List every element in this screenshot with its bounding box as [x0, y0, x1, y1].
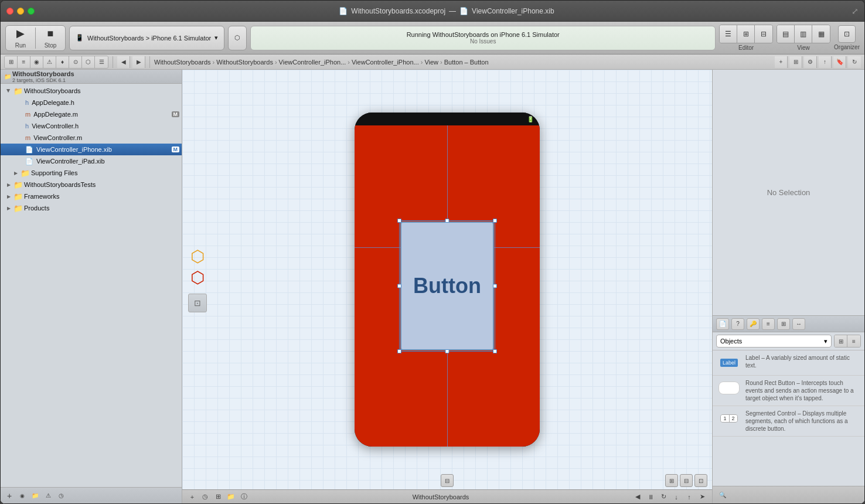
- stop-button[interactable]: ■ Stop: [36, 26, 65, 50]
- placeholder-icon: ⊡: [194, 298, 201, 308]
- layout-btn-2[interactable]: ⊟: [680, 474, 693, 487]
- seg-preview: 1 2: [720, 414, 737, 423]
- zoom-down-button[interactable]: ⊟: [441, 474, 454, 487]
- log-icon[interactable]: ☰: [95, 56, 108, 68]
- debug-button[interactable]: ▥: [795, 25, 812, 43]
- run-button[interactable]: ▶ Run: [6, 26, 35, 50]
- sidebar-item-viewcontroller-h[interactable]: h ViewController.h: [1, 120, 182, 132]
- list-item[interactable]: 1 2 Segmented Control – Displays multipl…: [713, 406, 864, 437]
- folder-status-icon[interactable]: 📁: [226, 492, 236, 502]
- clock-icon[interactable]: ◉: [30, 56, 43, 68]
- download-btn[interactable]: ↓: [671, 492, 682, 502]
- project-filename: WithoutStoryboards.xcodeproj: [351, 7, 445, 15]
- bc-file1[interactable]: ViewController_iPhon...: [279, 59, 346, 66]
- bc-group[interactable]: WithoutStoryboards: [216, 59, 273, 66]
- sidebar-item-appdelegate-m[interactable]: m AppDelegate.m M: [1, 108, 182, 120]
- breakpoint-nav-icon[interactable]: ⬡: [82, 56, 95, 68]
- version-editor-button[interactable]: ⊟: [755, 25, 772, 43]
- iphone-screen: Button: [355, 125, 540, 447]
- sidebar-item-viewcontroller-ipad-xib[interactable]: 📄 ViewController_iPad.xib: [1, 155, 182, 167]
- placeholder-tool[interactable]: ⊡: [188, 294, 207, 312]
- tab-identity-icon[interactable]: 🔑: [747, 318, 760, 330]
- refresh-nav-icon[interactable]: ↻: [848, 56, 861, 68]
- bc-project[interactable]: WithoutStoryboards: [154, 59, 211, 66]
- tab-attributes-icon[interactable]: ≡: [762, 318, 775, 330]
- minimize-button[interactable]: [17, 8, 24, 15]
- sidebar-item-products[interactable]: ▶ 📁 Products: [1, 202, 182, 214]
- clock-filter[interactable]: ◷: [56, 491, 66, 501]
- tab-quick-help-icon[interactable]: ?: [731, 318, 744, 330]
- arrow-btn[interactable]: ➤: [697, 492, 707, 502]
- add-nav-icon[interactable]: +: [775, 56, 788, 68]
- filter-nav-icon[interactable]: ⊞: [789, 56, 802, 68]
- pause-btn[interactable]: ⏸: [645, 492, 656, 502]
- back-button[interactable]: ◀: [117, 56, 130, 68]
- sidebar-item-withoutstoryboards-folder[interactable]: ▶ 📁 WithoutStoryboards: [1, 85, 182, 97]
- assistant-editor-button[interactable]: ⊞: [737, 25, 755, 43]
- bc-file2[interactable]: ViewController_iPhon...: [352, 59, 419, 66]
- refresh-btn[interactable]: ↻: [658, 492, 669, 502]
- folder-button[interactable]: 📁: [30, 491, 40, 501]
- expand-button[interactable]: ⤢: [852, 6, 859, 16]
- filter-button[interactable]: ◉: [17, 491, 28, 501]
- warning-icon[interactable]: ⚠: [43, 56, 56, 68]
- utilities-button[interactable]: ▦: [812, 25, 830, 43]
- organizer-button[interactable]: ⊡: [838, 25, 856, 43]
- sidebar-footer: + ◉ 📁 ⚠ ◷: [1, 487, 182, 503]
- titlebar: 📄 WithoutStoryboards.xcodeproj — 📄 ViewC…: [1, 1, 864, 22]
- prev-btn[interactable]: ◀: [632, 492, 643, 502]
- list-item[interactable]: Round Rect Button – Intercepts touch eve…: [713, 376, 864, 406]
- scheme-selector[interactable]: 📱 WithoutStoryboards > iPhone 6.1 Simula…: [69, 26, 224, 50]
- list-icon[interactable]: ≡: [18, 56, 30, 68]
- test-icon[interactable]: ♦: [56, 56, 69, 68]
- obj-info: Segmented Control – Displays multiple se…: [745, 410, 860, 433]
- titlebar-title: 📄 WithoutStoryboards.xcodeproj — 📄 ViewC…: [42, 7, 852, 15]
- code-icon[interactable]: ⊞: [213, 492, 223, 502]
- forward-button[interactable]: ▶: [132, 56, 145, 68]
- objects-label: Objects: [720, 338, 742, 345]
- breakpoints-button[interactable]: ⬡: [228, 26, 247, 50]
- settings-nav-icon[interactable]: ⚙: [804, 56, 817, 68]
- bc-button[interactable]: Button – Button: [444, 59, 489, 66]
- close-button[interactable]: [6, 8, 13, 15]
- handle-bottom-right[interactable]: [493, 349, 497, 353]
- bc-view[interactable]: View: [424, 59, 438, 66]
- folder-icon[interactable]: ⊞: [5, 56, 18, 68]
- layout-btn-3[interactable]: ⊡: [694, 474, 707, 487]
- tab-connections-icon[interactable]: ↔: [792, 318, 805, 330]
- minus-icon: ⊟: [445, 478, 449, 484]
- tab-size-icon[interactable]: ⊞: [777, 318, 790, 330]
- history-icon[interactable]: ◷: [200, 492, 210, 502]
- sidebar-item-viewcontroller-m[interactable]: m ViewController.m: [1, 132, 182, 144]
- bookmark-nav-icon[interactable]: 🔖: [833, 56, 846, 68]
- bc-sep-2: ›: [275, 59, 277, 66]
- share-nav-icon[interactable]: ↑: [819, 56, 832, 68]
- sidebar-item-withoutstoryboardstests[interactable]: ▶ 📁 WithoutStoryboardsTests: [1, 179, 182, 190]
- sidebar-item-frameworks[interactable]: ▶ 📁 Frameworks: [1, 190, 182, 202]
- warning-filter[interactable]: ⚠: [43, 491, 53, 501]
- sidebar-item-supporting-files[interactable]: ▶ 📁 Supporting Files: [1, 167, 182, 179]
- list-item[interactable]: Label Label – A variably sized amount of…: [713, 350, 864, 376]
- tab-file-icon[interactable]: 📄: [716, 318, 729, 330]
- navigator-button[interactable]: ▤: [777, 25, 795, 43]
- info-icon[interactable]: ⓘ: [239, 492, 249, 502]
- standard-editor-button[interactable]: ☰: [720, 25, 737, 43]
- scheme-icon: 📱: [76, 34, 84, 42]
- button-ui-element[interactable]: Button: [400, 222, 494, 350]
- list-view-button[interactable]: ≡: [847, 335, 860, 347]
- maximize-button[interactable]: [28, 8, 35, 15]
- folder-label: WithoutStoryboardsTests: [24, 181, 96, 188]
- layout-btn-1[interactable]: ⊞: [665, 474, 678, 487]
- 3d-red-cube-tool[interactable]: ⬡: [188, 268, 207, 287]
- zoom-in-icon[interactable]: 🔍: [717, 490, 728, 500]
- sidebar-item-viewcontroller-iphone-xib[interactable]: 📄 ViewController_iPhone.xib M: [1, 144, 182, 155]
- canvas-main[interactable]: 🔋 Button: [182, 70, 712, 489]
- upload-btn[interactable]: ↑: [684, 492, 694, 502]
- debug-nav-icon[interactable]: ⊙: [69, 56, 82, 68]
- add-file-button[interactable]: +: [4, 491, 15, 501]
- objects-dropdown[interactable]: Objects ▾: [716, 335, 832, 348]
- 3d-cube-tool[interactable]: ⬡: [188, 247, 207, 265]
- add-status-icon[interactable]: +: [187, 492, 197, 502]
- sidebar-item-appdelegate-h[interactable]: h AppDelegate.h: [1, 97, 182, 108]
- grid-view-button[interactable]: ⊞: [835, 335, 847, 347]
